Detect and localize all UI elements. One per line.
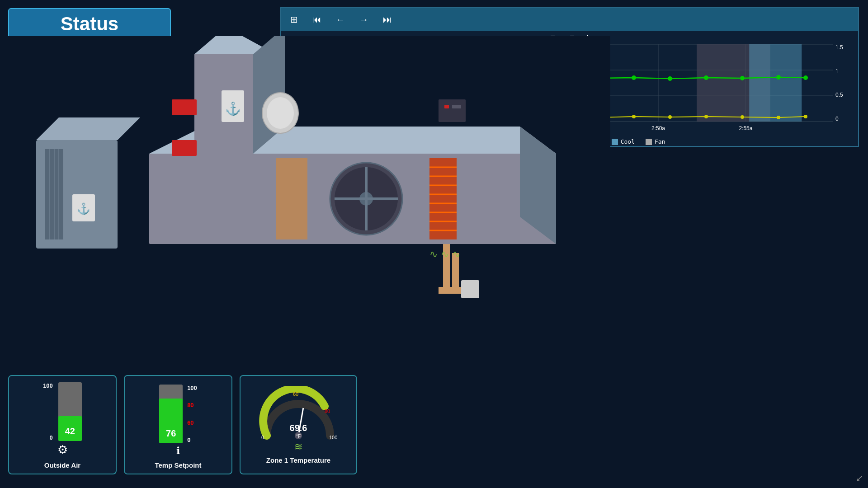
svg-text:2:55a: 2:55a — [739, 125, 752, 131]
svg-text:⚓: ⚓ — [225, 101, 241, 116]
setpoint-max: 100 — [187, 385, 197, 391]
hvac-svg: ⚓ ⚓ — [0, 36, 610, 298]
svg-rect-90 — [452, 105, 461, 108]
legend-cool: Cool — [612, 138, 635, 145]
zone1-heat-icon: ≋ — [294, 441, 302, 453]
fan-legend-rect — [646, 139, 652, 145]
svg-rect-69 — [429, 158, 457, 239]
svg-rect-12 — [749, 44, 802, 122]
svg-point-26 — [776, 75, 781, 80]
temp-setpoint-icon: ℹ — [176, 445, 180, 457]
next-button[interactable]: → — [356, 13, 372, 27]
y-right-0-5: 0.5 — [835, 92, 843, 98]
svg-text:0: 0 — [261, 435, 264, 440]
svg-text:69.6: 69.6 — [290, 423, 307, 433]
setpoint-min: 0 — [187, 436, 190, 443]
fullscreen-icon[interactable]: ⤢ — [856, 473, 863, 483]
svg-point-25 — [740, 76, 745, 80]
svg-point-87 — [267, 97, 294, 129]
svg-text:∿: ∿ — [441, 249, 449, 260]
temp-setpoint-value: 76 — [166, 428, 176, 439]
zone1-temp-panel: 69.6 °F 0 100 60 80 ≋ Zone 1 Temperature — [240, 375, 357, 474]
svg-rect-58 — [172, 140, 197, 156]
svg-text:100: 100 — [329, 435, 337, 440]
outside-air-panel: 100 0 42 ⚙ Outside Air — [8, 375, 117, 474]
bottom-panels: 100 0 42 ⚙ Outside Air 76 — [8, 375, 357, 474]
svg-rect-78 — [276, 158, 307, 239]
y-right-1: 1 — [835, 68, 839, 75]
svg-rect-88 — [439, 99, 466, 122]
svg-point-42 — [804, 115, 807, 118]
svg-point-39 — [704, 115, 708, 118]
prev-button[interactable]: ← — [332, 13, 349, 27]
status-title: Status — [61, 13, 118, 35]
grid-button[interactable]: ⊞ — [287, 12, 302, 27]
svg-point-40 — [741, 115, 744, 119]
svg-text:2:50a: 2:50a — [651, 125, 665, 131]
svg-rect-93 — [439, 287, 461, 294]
fan-legend-label: Fan — [655, 138, 665, 145]
svg-rect-57 — [172, 99, 197, 115]
outside-air-value: 42 — [65, 426, 75, 436]
svg-text:∿: ∿ — [452, 249, 460, 260]
setpoint-60: 60 — [187, 419, 193, 426]
zone1-temp-title: Zone 1 Temperature — [266, 456, 330, 464]
svg-text:80: 80 — [325, 408, 330, 414]
svg-text:60: 60 — [293, 391, 298, 397]
first-button[interactable]: ⏮ — [309, 13, 325, 27]
temp-setpoint-title: Temp Setpoint — [155, 461, 201, 469]
svg-point-24 — [704, 75, 708, 80]
outside-air-min: 0 — [50, 434, 53, 441]
y-right-1-5: 1.5 — [835, 44, 843, 51]
zone1-gauge-svg: 69.6 °F 0 100 60 80 — [258, 386, 339, 440]
status-header: Status — [8, 8, 171, 40]
svg-point-27 — [803, 75, 808, 80]
chart-toolbar: ⊞ ⏮ ← → ⏭ — [281, 8, 858, 31]
svg-rect-89 — [444, 105, 449, 108]
svg-text:∿: ∿ — [429, 249, 438, 260]
outside-air-title: Outside Air — [44, 461, 80, 469]
temp-setpoint-panel: 76 100 80 60 0 ℹ Temp Setpoint — [124, 375, 232, 474]
setpoint-80: 80 — [187, 402, 193, 408]
svg-point-38 — [668, 115, 672, 119]
hvac-model-area: ⚓ ⚓ — [0, 36, 610, 298]
legend-fan: Fan — [646, 138, 665, 145]
outside-air-max: 100 — [43, 382, 53, 389]
svg-point-23 — [668, 76, 672, 81]
svg-point-22 — [632, 75, 636, 80]
svg-text:°F: °F — [296, 434, 301, 439]
cool-legend-label: Cool — [621, 138, 635, 145]
y-right-0: 0 — [835, 116, 839, 122]
svg-text:⚓: ⚓ — [77, 202, 90, 215]
svg-rect-94 — [461, 280, 479, 298]
last-button[interactable]: ⏭ — [379, 13, 396, 27]
cool-legend-rect — [612, 139, 618, 145]
svg-point-37 — [632, 115, 636, 118]
svg-point-41 — [777, 116, 780, 119]
outside-air-icon: ⚙ — [57, 443, 68, 457]
